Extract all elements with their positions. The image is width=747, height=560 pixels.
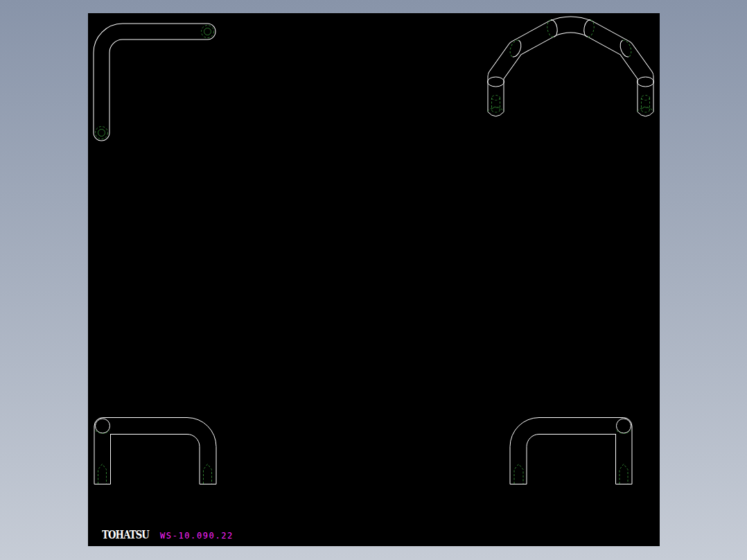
cad-drawing-canvas: TOHATSU WS-10.090.22	[88, 13, 660, 546]
u-bend-tube-right-view	[510, 418, 632, 484]
desktop-background: { "colors": { "bg-top": "#8894a9", "bg-b…	[0, 0, 747, 560]
drawing-number: WS-10.090.22	[160, 531, 234, 541]
arch-tube-view	[488, 19, 654, 116]
cad-drawing	[88, 13, 660, 546]
u-bend-tube-left-view	[94, 418, 216, 484]
manufacturer-logo: TOHATSU	[102, 528, 149, 541]
l-bend-tube-view	[96, 26, 214, 139]
